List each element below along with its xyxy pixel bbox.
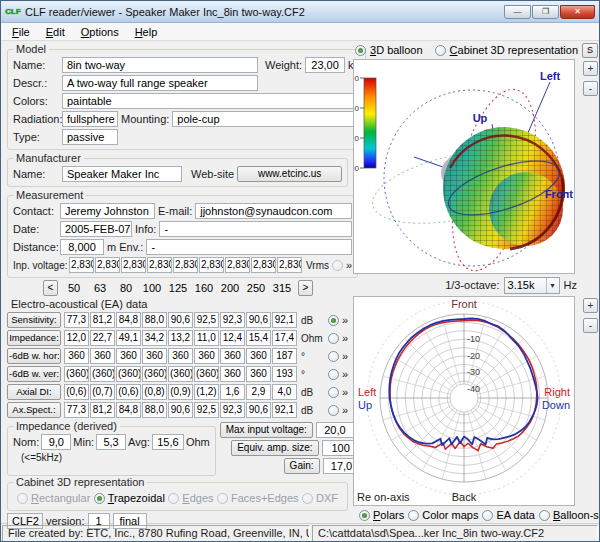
ea-value-cell[interactable]: 15,4 [246,330,271,346]
min-field[interactable]: 5,3 [96,434,126,450]
ea-value-cell[interactable]: 90,6 [168,402,193,418]
polar-zoom-in-button[interactable]: + [583,298,598,313]
ea-value-cell[interactable]: 360 [142,348,167,364]
ea-value-cell[interactable]: 81,2 [90,402,115,418]
ea-value-cell[interactable]: 360 [246,348,271,364]
view-mode-radio[interactable] [539,510,550,521]
ea-row-radio[interactable] [328,333,339,344]
close-button[interactable]: ✕ [560,5,595,19]
ea-value-cell[interactable]: (360) [116,366,141,382]
ea-row-radio[interactable] [328,315,339,326]
ea-value-cell[interactable]: 17,4 [272,330,297,346]
cabinet-shape-label[interactable]: Faces+Edges [231,492,299,504]
ea-value-cell[interactable]: 360 [90,348,115,364]
max-input-voltage-button[interactable]: Max input voltage: [220,422,313,438]
cabinet-shape-label[interactable]: Edges [182,492,213,504]
ea-value-cell[interactable]: 92,1 [272,312,297,328]
cabinet-shape-label[interactable]: DXF [316,492,338,504]
cabinet-3d-radio[interactable] [435,45,446,56]
cabinet-shape-radio[interactable] [168,493,179,504]
freq-prev-button[interactable]: < [43,280,58,296]
ea-value-cell[interactable]: 88,0 [142,402,167,418]
colors-field[interactable]: paintable [62,93,360,109]
ea-value-cell[interactable]: 360 [116,348,141,364]
ea-value-cell[interactable]: (0,8) [142,384,167,400]
ea-value-cell[interactable]: (0,7) [90,384,115,400]
distance-field[interactable]: 8,000 [60,239,104,255]
ea-value-cell[interactable]: 84,8 [116,312,141,328]
cabinet-3d-radio-label[interactable]: Cabinet 3D representation [450,44,578,56]
equiv-amp-size-button[interactable]: Equiv. amp. size: [231,440,318,456]
view-mode-radio[interactable] [408,510,419,521]
mfr-name-field[interactable]: Speaker Maker Inc [62,166,182,182]
ea-value-cell[interactable]: 11,0 [194,330,219,346]
ea-value-cell[interactable]: 4,0 [272,384,297,400]
ea-value-cell[interactable]: 92,3 [220,312,245,328]
descr-field[interactable]: A two-way full range speaker [62,75,258,91]
ea-row-button[interactable]: Axial DI: [7,384,61,400]
ea-value-cell[interactable]: 360 [194,348,219,364]
ea-value-cell[interactable]: 92,3 [220,402,245,418]
menu-item-file[interactable]: File [4,25,38,39]
ea-row-button[interactable]: Sensitivity: [7,312,61,328]
ea-row-button[interactable]: -6dB w. ver: [7,366,61,382]
inp-voltage-cell[interactable]: 2,830 [69,257,94,273]
ea-value-cell[interactable]: 77,3 [64,312,89,328]
ea-value-cell[interactable]: 34,2 [142,330,167,346]
cabinet-shape-radio[interactable] [17,493,28,504]
ea-value-cell[interactable]: (0,6) [116,384,141,400]
ea-value-cell[interactable]: 1,6 [220,384,245,400]
ea-value-cell[interactable]: 90,6 [246,402,271,418]
ea-value-cell[interactable]: (360) [194,366,219,382]
ea-value-cell[interactable]: 12,0 [64,330,89,346]
inp-voltage-cell[interactable]: 2,830 [277,257,302,273]
inp-voltage-cell[interactable]: 2,830 [225,257,250,273]
ea-value-cell[interactable]: (0,9) [168,384,193,400]
ea-value-cell[interactable]: (0,6) [64,384,89,400]
website-button[interactable]: www.etcinc.us [237,166,342,182]
ea-value-cell[interactable]: 90,6 [168,312,193,328]
ea-row-radio[interactable] [328,369,339,380]
ea-row-more[interactable]: » [342,332,348,344]
ea-value-cell[interactable]: 360 [220,348,245,364]
radiation-field[interactable]: fullsphere [62,111,118,127]
ea-row-radio[interactable] [328,351,339,362]
ea-value-cell[interactable]: (1,2) [194,384,219,400]
cabinet-shape-radio[interactable] [94,493,105,504]
ea-row-button[interactable]: Ax.Spect.: [7,402,61,418]
ea-row-radio[interactable] [328,405,339,416]
cabinet-shape-label[interactable]: Trapezoidal [108,492,165,504]
view-mode-label[interactable]: Balloon-spectra [553,509,600,521]
ea-row-more[interactable]: » [342,368,348,380]
inp-voltage-cell[interactable]: 2,830 [173,257,198,273]
ea-value-cell[interactable]: 360 [220,366,245,382]
info-field[interactable]: - [159,221,352,237]
ea-value-cell[interactable]: 92,1 [272,402,297,418]
chevron-down-icon[interactable]: ▼ [546,278,559,293]
cabinet-shape-radio[interactable] [302,493,313,504]
ea-value-cell[interactable]: (360) [64,366,89,382]
model-name-field[interactable]: 8in two-way [62,57,258,73]
menu-item-edit[interactable]: Edit [38,25,73,39]
ea-row-button[interactable]: -6dB w. hor: [7,348,61,364]
ea-row-more[interactable]: » [342,314,348,326]
email-field[interactable]: jjohnston@synaudcon.com [195,203,352,219]
gain-button[interactable]: Gain: [284,458,320,474]
mounting-field[interactable]: pole-cup [172,111,359,127]
inp-voltage-cell[interactable]: 2,830 [95,257,120,273]
balloon-zoom-in-button[interactable]: + [583,61,598,76]
title-bar[interactable]: CLF CLF reader/viewer - Speaker Maker In… [1,1,599,23]
ea-row-button[interactable]: Impedance: [7,330,61,346]
ea-value-cell[interactable]: 84,8 [116,402,141,418]
avg-field[interactable]: 15,6 [152,434,184,450]
contact-field[interactable]: Jeremy Johnston [60,203,155,219]
polar-zoom-out-button[interactable]: - [583,318,598,333]
ea-row-more[interactable]: » [342,386,348,398]
ea-value-cell[interactable]: 92,5 [194,312,219,328]
view-mode-label[interactable]: Polars [373,509,404,521]
inp-voltage-cell[interactable]: 2,830 [199,257,224,273]
ea-value-cell[interactable]: 360 [168,348,193,364]
view-mode-radio[interactable] [359,510,370,521]
env-field[interactable]: - [146,239,352,255]
cabinet-shape-label[interactable]: Rectangular [31,492,90,504]
